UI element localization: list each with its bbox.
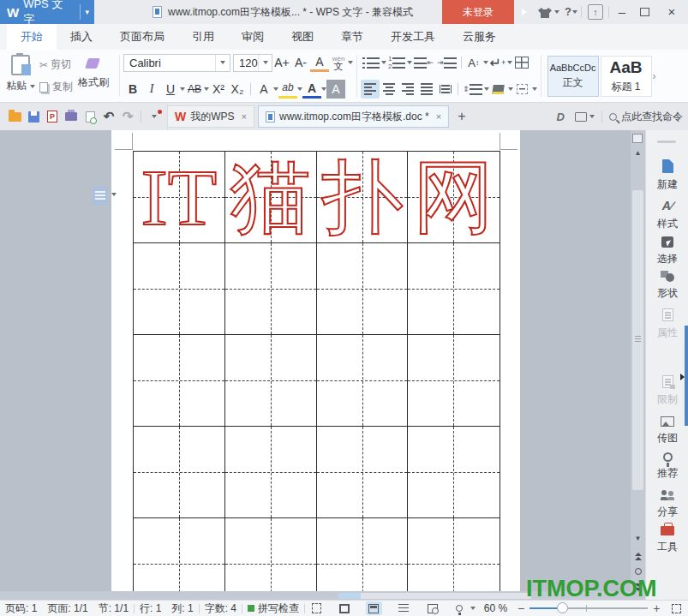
zoom-out-button[interactable]: − xyxy=(517,601,524,615)
scrollbar-thumb[interactable] xyxy=(338,593,531,599)
fit-page-button[interactable] xyxy=(672,604,681,613)
borders-button[interactable] xyxy=(513,80,532,99)
grid-cell[interactable] xyxy=(225,243,317,335)
close-button[interactable]: × xyxy=(661,0,682,24)
find-command-box[interactable]: 点此查找命令 xyxy=(621,110,683,124)
wps-app-menu-button[interactable]: W WPS 文字 ▾ xyxy=(0,0,94,24)
tab-page-layout[interactable]: 页面布局 xyxy=(106,24,178,50)
decrease-indent-button[interactable]: ⇤ xyxy=(412,53,435,72)
line-spacing-button[interactable]: ⇕ xyxy=(461,80,484,99)
scroll-down-icon[interactable]: ▼ xyxy=(631,535,645,542)
tab-review[interactable]: 审阅 xyxy=(228,24,278,50)
paste-button[interactable]: 粘贴 xyxy=(2,53,39,99)
sidebar-handle[interactable] xyxy=(657,141,676,143)
align-left-button[interactable] xyxy=(361,80,380,99)
format-painter-button[interactable]: 格式刷 xyxy=(73,53,114,99)
tab-developer[interactable]: 开发工具 xyxy=(377,24,449,50)
grid-cell[interactable]: 扑 xyxy=(317,152,409,243)
bullet-list-button[interactable] xyxy=(361,53,381,72)
align-center-button[interactable] xyxy=(380,80,398,99)
font-name-combo[interactable]: Calibri xyxy=(123,54,230,72)
eye-protect-button[interactable] xyxy=(452,601,468,615)
tab-my-wps[interactable]: W 我的WPS × xyxy=(167,105,254,128)
text-effects-button[interactable]: A xyxy=(254,80,273,99)
scrollbar-thumb[interactable] xyxy=(632,190,643,490)
grow-font-button[interactable]: A+ xyxy=(272,53,291,72)
distribute-button[interactable] xyxy=(436,80,455,99)
tab-home[interactable]: 开始 xyxy=(7,24,57,50)
chevron-down-icon[interactable] xyxy=(532,87,537,91)
sidebar-item-recommend[interactable]: 推荐 xyxy=(646,452,688,481)
grid-cell[interactable] xyxy=(317,243,409,335)
fullscreen-view-button[interactable] xyxy=(336,601,352,615)
undo-button[interactable]: ↶ xyxy=(100,108,117,125)
distributed-grid-button[interactable] xyxy=(512,53,531,72)
font-size-combo[interactable]: 120 xyxy=(233,54,272,72)
reading-layout-icon[interactable] xyxy=(632,134,643,143)
font-color-button[interactable]: A xyxy=(302,80,321,99)
grid-cell[interactable] xyxy=(317,335,409,427)
cut-button[interactable]: ✂ 剪切 xyxy=(39,54,73,76)
zoom-slider[interactable] xyxy=(529,607,648,609)
grid-cell[interactable] xyxy=(317,427,409,518)
style-normal[interactable]: AaBbCcDc 正文 xyxy=(547,56,599,97)
grid-cell[interactable] xyxy=(408,243,500,335)
docer-icon[interactable]: D xyxy=(557,111,565,123)
tab-insert[interactable]: 插入 xyxy=(57,24,106,50)
spell-check-status[interactable]: 拼写检查 xyxy=(248,601,299,616)
grid-cell[interactable]: 网 xyxy=(408,152,500,243)
expand-panel-icon[interactable] xyxy=(680,374,685,380)
strikethrough-button[interactable]: AB xyxy=(185,80,204,99)
shading-button[interactable] xyxy=(489,80,508,99)
sidebar-scroll-indicator[interactable] xyxy=(685,326,688,426)
grid-cell[interactable]: IT xyxy=(134,152,225,243)
vertical-scrollbar[interactable]: ▲ ▼ xyxy=(631,130,645,600)
grid-cell[interactable] xyxy=(134,335,225,427)
maximize-button[interactable] xyxy=(640,8,649,16)
page-view-button[interactable] xyxy=(366,601,382,615)
redo-button[interactable]: ↷ xyxy=(119,108,136,125)
align-right-button[interactable] xyxy=(398,80,417,99)
previous-page-button[interactable] xyxy=(631,550,645,562)
chevron-down-icon[interactable] xyxy=(111,193,117,196)
grid-cell[interactable] xyxy=(134,518,225,594)
grid-cell[interactable] xyxy=(225,335,317,427)
chevron-down-icon[interactable] xyxy=(554,10,559,14)
grid-cell[interactable] xyxy=(408,518,500,594)
tab-view[interactable]: 视图 xyxy=(278,24,327,50)
export-pdf-button[interactable] xyxy=(44,108,61,125)
document-canvas[interactable]: IT猫扑网 xyxy=(0,130,631,600)
shrink-font-button[interactable]: A- xyxy=(291,53,310,72)
skin-icon[interactable] xyxy=(538,7,552,22)
grid-cell[interactable] xyxy=(408,427,500,518)
grid-cell[interactable] xyxy=(317,518,409,594)
copy-button[interactable]: 复制 xyxy=(39,76,73,99)
text-direction-button[interactable]: A↕ xyxy=(464,53,483,72)
chevron-down-icon[interactable]: ▾ xyxy=(80,8,94,16)
tab-cloud[interactable]: 云服务 xyxy=(449,24,510,50)
highlight-color-button[interactable]: ab xyxy=(278,80,297,99)
chevron-down-icon[interactable] xyxy=(589,115,595,118)
print-preview-button[interactable] xyxy=(81,108,99,125)
chevron-down-icon[interactable] xyxy=(470,607,476,610)
grid-cell[interactable] xyxy=(225,518,317,594)
paragraph-mark-button[interactable]: ↵+ xyxy=(488,53,508,72)
sidebar-item-shapes[interactable]: 形状 xyxy=(646,271,688,301)
sidebar-item-upload-image[interactable]: 传图 xyxy=(646,416,688,446)
save-button[interactable] xyxy=(25,108,42,125)
character-shading-button[interactable]: A xyxy=(326,80,345,99)
close-icon[interactable]: × xyxy=(242,111,247,122)
sidebar-item-styles[interactable]: A∕ 样式 xyxy=(646,199,688,231)
grid-cell[interactable] xyxy=(134,427,225,518)
new-tab-button[interactable]: + xyxy=(458,109,465,124)
grid-cell[interactable] xyxy=(408,335,500,427)
collapse-ribbon-icon[interactable]: ↑ xyxy=(588,4,603,20)
gallery-scroll-icon[interactable]: › xyxy=(653,53,663,99)
print-button[interactable] xyxy=(63,108,80,125)
grid-cell[interactable] xyxy=(134,243,225,335)
chevron-down-icon[interactable] xyxy=(572,10,577,14)
close-icon[interactable]: × xyxy=(436,111,441,122)
tab-document[interactable]: www.itmop.com田字格模板.doc * × xyxy=(258,105,449,128)
tab-section[interactable]: 章节 xyxy=(327,24,377,50)
page[interactable]: IT猫扑网 xyxy=(111,130,520,600)
